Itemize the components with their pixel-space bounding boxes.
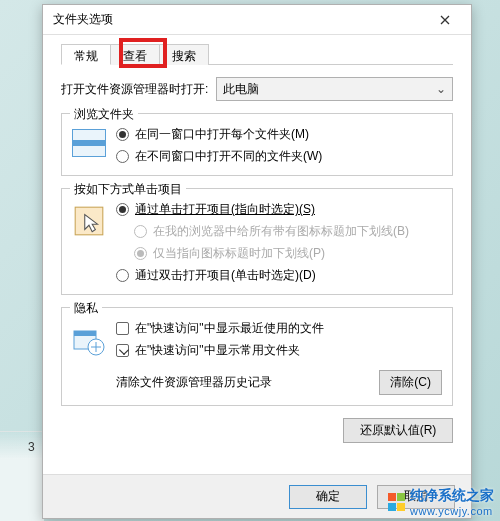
radio-icon <box>134 225 147 238</box>
radio-icon <box>116 150 129 163</box>
click-items-group: 按如下方式单击项目 通过单击打开项目(指向时选定)(S) 在我的浏览器中给所有带… <box>61 188 453 295</box>
clear-history-label: 清除文件资源管理器历史记录 <box>116 374 371 391</box>
watermark: 纯净系统之家 www.ycwjy.com <box>388 487 494 517</box>
cursor-icon <box>72 204 106 238</box>
checkbox-recent-files[interactable]: 在"快速访问"中显示最近使用的文件 <box>116 320 442 337</box>
radio-icon <box>134 247 147 260</box>
radio-icon <box>116 203 129 216</box>
tab-search[interactable]: 搜索 <box>159 44 209 65</box>
browse-folders-group: 浏览文件夹 在同一窗口中打开每个文件夹(M) 在不同窗口中打开不同的文件夹(W) <box>61 113 453 176</box>
tab-general[interactable]: 常规 <box>61 44 111 65</box>
open-explorer-label: 打开文件资源管理器时打开: <box>61 81 208 98</box>
radio-double-click[interactable]: 通过双击打开项目(单击时选定)(D) <box>116 267 442 284</box>
close-button[interactable] <box>425 7 465 33</box>
group-title-click: 按如下方式单击项目 <box>70 181 186 198</box>
close-icon <box>440 15 450 25</box>
checkbox-frequent-folders[interactable]: 在"快速访问"中显示常用文件夹 <box>116 342 442 359</box>
watermark-logo-icon <box>388 493 406 511</box>
folder-options-dialog: 文件夹选项 常规 查看 搜索 打开文件资源管理器时打开: 此电脑 ⌄ 浏览文件夹 <box>42 4 472 519</box>
group-title-privacy: 隐私 <box>70 300 102 317</box>
clear-button[interactable]: 清除(C) <box>379 370 442 395</box>
privacy-group: 隐私 在"快速访问"中显示最近使用的文件 在"快速访问"中显示常用文件夹 清 <box>61 307 453 406</box>
window-icon <box>72 129 106 157</box>
open-explorer-dropdown[interactable]: 此电脑 ⌄ <box>216 77 453 101</box>
radio-single-click[interactable]: 通过单击打开项目(指向时选定)(S) <box>116 201 442 218</box>
watermark-domain: www.ycwjy.com <box>410 505 494 517</box>
group-title-browse: 浏览文件夹 <box>70 106 138 123</box>
radio-new-window[interactable]: 在不同窗口中打开不同的文件夹(W) <box>116 148 442 165</box>
tab-view[interactable]: 查看 <box>110 44 160 65</box>
restore-defaults-button[interactable]: 还原默认值(R) <box>343 418 453 443</box>
checkbox-icon <box>116 344 129 357</box>
privacy-icon <box>72 323 106 357</box>
radio-icon <box>116 128 129 141</box>
dialog-title: 文件夹选项 <box>53 11 425 28</box>
page-number: 3 <box>28 440 35 454</box>
dropdown-value: 此电脑 <box>223 81 259 98</box>
svg-rect-2 <box>74 331 96 336</box>
ok-button[interactable]: 确定 <box>289 485 367 509</box>
watermark-brand: 纯净系统之家 <box>410 487 494 503</box>
radio-underline-point[interactable]: 仅当指向图标标题时加下划线(P) <box>134 245 442 262</box>
radio-underline-all[interactable]: 在我的浏览器中给所有带有图标标题加下划线(B) <box>134 223 442 240</box>
chevron-down-icon: ⌄ <box>436 82 446 96</box>
checkbox-icon <box>116 322 129 335</box>
radio-same-window[interactable]: 在同一窗口中打开每个文件夹(M) <box>116 126 442 143</box>
titlebar: 文件夹选项 <box>43 5 471 35</box>
radio-icon <box>116 269 129 282</box>
tab-bar: 常规 查看 搜索 <box>61 43 453 65</box>
